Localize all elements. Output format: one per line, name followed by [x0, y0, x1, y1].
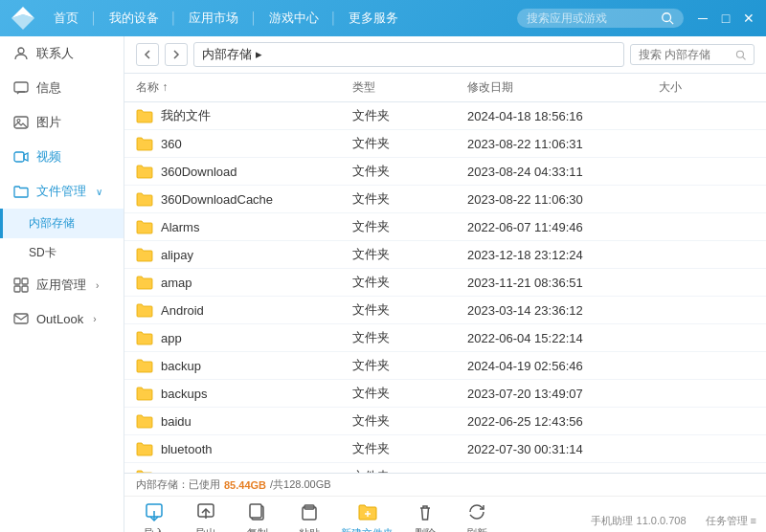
sidebar-item-apps-label: 应用管理 — [36, 277, 86, 294]
sidebar-item-files[interactable]: 文件管理 ∨ — [0, 174, 124, 209]
app-logo — [10, 5, 36, 32]
table-row[interactable]: 我的文件 文件夹 2024-04-18 18:56:16 — [124, 102, 766, 130]
nav-my-device[interactable]: 我的设备 — [98, 0, 170, 36]
action-import-button[interactable]: 导入 — [134, 501, 174, 532]
table-row[interactable]: 360Download 文件夹 2023-08-24 04:33:11 — [124, 158, 766, 186]
table-row[interactable]: baidu 文件夹 2022-06-25 12:43:56 — [124, 408, 766, 435]
nav-home[interactable]: 首页 — [42, 0, 90, 36]
sidebar-item-videos[interactable]: 视频 — [0, 140, 124, 174]
copy-icon — [247, 501, 268, 524]
file-modified: 2023-08-24 04:33:11 — [467, 165, 659, 179]
table-row[interactable]: alipay 文件夹 2023-12-18 23:12:24 — [124, 241, 766, 269]
table-row[interactable]: app 文件夹 2022-06-04 15:22:14 — [124, 324, 766, 352]
video-icon — [13, 149, 29, 165]
file-name-cell: baidu — [136, 412, 352, 430]
table-row[interactable]: backups 文件夹 2023-07-20 13:49:07 — [124, 380, 766, 408]
folder-icon — [136, 385, 153, 402]
action-import-label: 导入 — [144, 526, 165, 532]
storage-label: 内部存储：已使用 — [136, 477, 220, 492]
sidebar-item-messages[interactable]: 信息 — [0, 71, 124, 105]
title-bar: 首页 │ 我的设备 │ 应用市场 │ 游戏中心 │ 更多服务 ─ □ ✕ — [0, 0, 766, 36]
table-row[interactable]: Alarms 文件夹 2022-06-07 11:49:46 — [124, 213, 766, 241]
file-type: 文件夹 — [352, 385, 467, 402]
action-export-button[interactable]: 导出 — [186, 501, 226, 532]
table-row[interactable]: Android 文件夹 2023-03-14 23:36:12 — [124, 297, 766, 324]
action-refresh-button[interactable]: 刷新 — [457, 501, 497, 532]
action-delete-button[interactable]: 删除 — [405, 501, 445, 532]
file-modified: 2022-06-04 15:22:14 — [467, 331, 659, 345]
delete-icon — [415, 501, 436, 524]
outlook-chevron-icon: › — [93, 314, 96, 324]
file-modified: 2023-07-20 13:49:07 — [467, 387, 659, 401]
sidebar-item-videos-label: 视频 — [36, 148, 61, 166]
file-name-cell: 360 — [136, 135, 352, 152]
back-button[interactable] — [136, 43, 159, 66]
file-type: 文件夹 — [352, 218, 467, 235]
file-modified: 2023-08-22 11:06:31 — [467, 137, 659, 151]
sidebar-item-photos[interactable]: 图片 — [0, 105, 124, 140]
file-list: 我的文件 文件夹 2024-04-18 18:56:16 360 文件夹 202… — [124, 102, 766, 473]
col-modified[interactable]: 修改日期 — [467, 79, 659, 96]
minimize-button[interactable]: ─ — [695, 11, 710, 26]
nav-game-center[interactable]: 游戏中心 — [258, 0, 330, 36]
file-name: amap — [161, 276, 192, 290]
file-modified: 2023-11-21 08:36:51 — [467, 276, 659, 290]
table-row[interactable]: bmcc 文件夹 2023-06-02 22:21:01 — [124, 463, 766, 473]
action-copy-button[interactable]: 复制 — [237, 501, 278, 532]
mail-icon — [13, 311, 29, 326]
folder-icon — [136, 218, 153, 235]
action-copy-label: 复制 — [247, 526, 268, 532]
svg-line-15 — [742, 56, 745, 59]
sidebar-item-outlook-label: OutLook — [36, 312, 83, 326]
file-type: 文件夹 — [352, 135, 467, 152]
path-bar[interactable]: 内部存储 ▸ — [193, 42, 624, 67]
table-row[interactable]: 360 文件夹 2023-08-22 11:06:31 — [124, 130, 766, 158]
folder-icon — [136, 274, 153, 291]
forward-button[interactable] — [165, 43, 188, 66]
action-refresh-label: 刷新 — [466, 526, 487, 532]
sidebar-item-files-label: 文件管理 — [36, 183, 86, 200]
sidebar-item-apps[interactable]: 应用管理 › — [0, 268, 124, 302]
file-name-cell: 我的文件 — [136, 107, 352, 124]
title-search-input[interactable] — [527, 11, 661, 25]
file-type: 文件夹 — [352, 190, 467, 208]
title-search-bar[interactable] — [517, 9, 684, 28]
file-name-cell: backup — [136, 357, 352, 374]
file-name: baidu — [161, 414, 192, 429]
action-paste-label: 粘贴 — [299, 526, 320, 532]
nav-more-services[interactable]: 更多服务 — [337, 0, 410, 36]
svg-point-4 — [18, 48, 24, 54]
nav-app-market[interactable]: 应用市场 — [177, 0, 250, 36]
file-name: backups — [161, 387, 207, 401]
sidebar-sub-internal[interactable]: 内部存储 — [0, 209, 124, 238]
file-toolbar: 内部存储 ▸ — [124, 36, 766, 74]
file-name: 我的文件 — [161, 107, 211, 124]
file-modified: 2022-07-30 00:31:14 — [467, 442, 659, 456]
file-name-cell: Alarms — [136, 218, 352, 235]
sidebar-sub-sdcard[interactable]: SD卡 — [0, 238, 124, 268]
table-row[interactable]: amap 文件夹 2023-11-21 08:36:51 — [124, 269, 766, 297]
file-search-icon — [735, 49, 746, 61]
file-type: 文件夹 — [352, 107, 467, 124]
storage-used: 85.44GB — [224, 479, 266, 491]
file-search-input[interactable] — [639, 48, 732, 61]
maximize-button[interactable]: □ — [718, 11, 733, 26]
col-name[interactable]: 名称 ↑ — [136, 79, 352, 96]
sidebar-item-contacts[interactable]: 联系人 — [0, 36, 124, 71]
table-row[interactable]: bluetooth 文件夹 2022-07-30 00:31:14 — [124, 435, 766, 463]
folder-icon — [136, 412, 153, 430]
file-type: 文件夹 — [352, 440, 467, 457]
action-paste-button[interactable]: 粘贴 — [289, 501, 329, 532]
action-new-folder-button[interactable]: 新建文件夹 — [341, 501, 394, 532]
table-row[interactable]: backup 文件夹 2024-04-19 02:56:46 — [124, 352, 766, 380]
file-name-cell: bluetooth — [136, 440, 352, 457]
file-search-bar[interactable] — [630, 44, 755, 65]
col-type[interactable]: 类型 — [352, 79, 467, 96]
close-button[interactable]: ✕ — [741, 11, 756, 26]
sidebar-item-outlook[interactable]: OutLook › — [0, 302, 124, 335]
col-size[interactable]: 大小 — [659, 79, 755, 96]
file-modified: 2023-08-22 11:06:30 — [467, 192, 659, 207]
folder-icon — [136, 440, 153, 457]
table-row[interactable]: 360DownloadCache 文件夹 2023-08-22 11:06:30 — [124, 186, 766, 213]
task-manager-button[interactable]: 任务管理 ≡ — [706, 514, 756, 528]
